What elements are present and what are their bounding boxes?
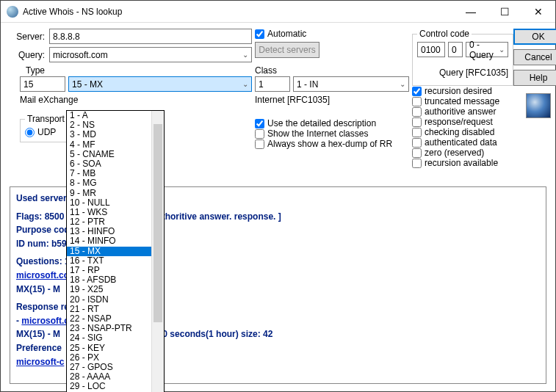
hexdump-checkbox[interactable]: Always show a hex-dump of RR xyxy=(255,139,409,149)
chevron-down-icon: ⌄ xyxy=(400,80,405,88)
class-name-combo[interactable]: 1 - IN⌄ xyxy=(293,76,409,92)
minimize-button[interactable]: — xyxy=(454,1,488,23)
class-code-input[interactable] xyxy=(255,76,290,92)
authenticated-checkbox[interactable]: authenticated data xyxy=(412,137,506,148)
chevron-down-icon: ⌄ xyxy=(242,51,248,59)
chevron-down-icon: ⌄ xyxy=(242,80,248,88)
chevron-down-icon: ⌄ xyxy=(499,46,505,54)
dropdown-item[interactable]: 19 - X25 xyxy=(67,285,151,294)
server-label: Server: xyxy=(10,32,45,42)
close-button[interactable]: ✕ xyxy=(521,1,555,23)
help-button[interactable]: Help xyxy=(513,70,556,86)
query-label: Query: xyxy=(10,50,45,60)
results-link-2[interactable]: microsoft.c xyxy=(21,316,69,326)
mail-exchange-label: Mail eXchange xyxy=(20,95,252,105)
detailed-checkbox[interactable]: Use the detailed description xyxy=(255,118,409,128)
recursion-avail-checkbox[interactable]: recursion available xyxy=(412,158,506,168)
recursion-desired-checkbox[interactable]: recursion desired xyxy=(412,86,506,96)
dropdown-item[interactable]: 14 - MINFO xyxy=(67,236,151,246)
cc2-input[interactable] xyxy=(448,42,463,57)
type-code-input[interactable] xyxy=(20,76,65,92)
cancel-button[interactable]: Cancel xyxy=(513,49,556,65)
show-classes-checkbox[interactable]: Show the Internet classes xyxy=(255,128,409,139)
type-label: Type xyxy=(26,65,252,76)
udp-radio[interactable]: UDP xyxy=(25,127,69,137)
ok-button[interactable]: OK xyxy=(513,29,556,45)
response-checkbox[interactable]: response/request xyxy=(412,117,506,127)
results-link-1[interactable]: microsoft.co xyxy=(16,270,69,280)
cc1-input[interactable] xyxy=(417,42,445,57)
class-label: Class xyxy=(255,65,409,76)
window-title: Active Whois - NS lookup xyxy=(23,7,454,17)
detect-servers-button: Detect servers xyxy=(255,42,319,58)
control-code-legend: Control code xyxy=(417,29,472,39)
dropdown-item[interactable]: 26 - PX xyxy=(67,353,151,363)
dropdown-item[interactable]: 21 - RT xyxy=(67,305,151,314)
maximize-button[interactable]: ☐ xyxy=(488,1,521,23)
dropdown-item[interactable]: 15 - MX xyxy=(67,247,151,256)
dropdown-item[interactable]: 4 - MF xyxy=(67,140,151,150)
cc3-combo[interactable]: 0 - Query⌄ xyxy=(466,42,508,57)
dropdown-item[interactable]: 8 - MG xyxy=(67,178,151,188)
app-icon xyxy=(7,6,18,18)
checking-checkbox[interactable]: checking disabled xyxy=(412,127,506,137)
dropdown-item[interactable]: 24 - SIG xyxy=(67,333,151,343)
dropdown-item[interactable]: 20 - ISDN xyxy=(67,295,151,305)
automatic-checkbox[interactable]: Automatic xyxy=(255,29,306,39)
query-rfc-label: Query [RFC1035] xyxy=(417,68,508,78)
dropdown-item[interactable]: 9 - MR xyxy=(67,189,151,198)
type-dropdown-list[interactable]: 1 - A2 - NS3 - MD4 - MF5 - CNAME6 - SOA7… xyxy=(66,110,165,392)
type-name-combo[interactable]: 15 - MX⌄ xyxy=(68,76,252,92)
results-link-3[interactable]: microsoft-c xyxy=(16,357,64,367)
transport-legend: Transport xyxy=(25,114,67,124)
globe-icon xyxy=(526,93,551,118)
query-combo[interactable]: microsoft.com⌄ xyxy=(49,47,252,62)
server-combo[interactable]: 8.8.8.8 xyxy=(49,29,252,44)
internet-label: Internet [RFC1035] xyxy=(255,95,409,105)
scrollbar[interactable] xyxy=(151,111,164,392)
authoritive-checkbox[interactable]: authoritive answer xyxy=(412,106,506,117)
zero-checkbox[interactable]: zero (reserved) xyxy=(412,148,506,158)
dropdown-item[interactable]: 3 - MD xyxy=(67,130,151,139)
scrollbar-thumb[interactable] xyxy=(154,124,162,322)
truncated-checkbox[interactable]: truncated message xyxy=(412,96,506,106)
dropdown-item[interactable]: 25 - KEY xyxy=(67,344,151,353)
dropdown-item[interactable]: 10 - NULL xyxy=(67,198,151,208)
dropdown-item[interactable]: 5 - CNAME xyxy=(67,150,151,159)
